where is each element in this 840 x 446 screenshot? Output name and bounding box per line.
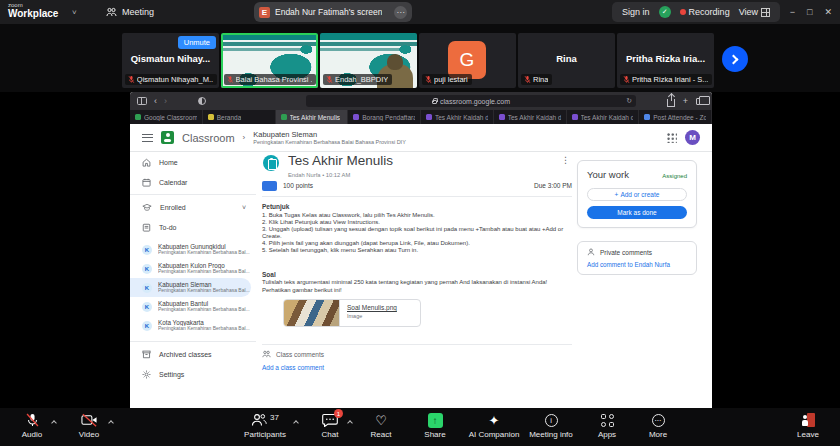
course-name: Kota Yogyakarta (158, 319, 250, 326)
maximize-button[interactable]: □ (807, 7, 812, 17)
address-bar[interactable]: classroom.google.com ↻ (306, 95, 636, 107)
apps-label: Apps (598, 430, 616, 439)
kebab-menu-icon[interactable]: ⋮ (561, 155, 570, 165)
react-button[interactable]: ♡ React (358, 412, 404, 439)
audio-label: Audio (22, 430, 42, 439)
sidebar-item-calendar[interactable]: Calendar (130, 172, 256, 192)
participant-tile[interactable]: Endah_BBPDIY (320, 33, 417, 88)
sidebar-course-yogyakarta[interactable]: K Kota YogyakartaPeningkatan Kemahiran B… (130, 316, 251, 335)
browser-tab[interactable]: Post Attendee - Zo... (639, 110, 712, 124)
tab-overview-icon[interactable] (696, 98, 705, 105)
audio-options-caret[interactable] (51, 420, 57, 426)
course-name: Kabupaten Bantul (158, 300, 250, 307)
share-screen-icon: ↑ (428, 413, 443, 428)
course-avatar: K (142, 321, 152, 331)
sidebar-course-sleman-selected[interactable]: K Kabupaten SlemanPeningkatan Kemahiran … (130, 278, 251, 297)
tab-label: Tes Akhir Menulis (290, 114, 341, 121)
participant-name-label: Endah_BBPDIY (323, 74, 392, 85)
browser-tab-active[interactable]: Tes Akhir Menulis (276, 110, 349, 124)
graduation-cap-icon (142, 203, 152, 212)
chat-button[interactable]: 1 Chat (306, 412, 354, 439)
sidebar-divider (130, 194, 256, 195)
privacy-shield-icon[interactable] (198, 97, 206, 105)
google-apps-icon[interactable] (666, 132, 677, 143)
sidebar-course-gunungkidul[interactable]: K Kabupaten GunungkidulPeningkatan Kemah… (130, 240, 251, 259)
reload-icon[interactable]: ↻ (626, 97, 632, 105)
add-or-create-label: Add or create (620, 191, 659, 198)
back-button[interactable]: ‹ (154, 97, 157, 106)
lock-icon (432, 100, 437, 104)
sign-in-button[interactable]: Sign in (622, 7, 650, 17)
sidebar-course-kulon-progo[interactable]: K Kabupaten Kulon ProgoPeningkatan Kemah… (130, 259, 251, 278)
share-page-icon[interactable] (667, 99, 675, 107)
participant-tile[interactable]: Pritha Rizka Iria... Pritha Rizka Iriani… (617, 33, 714, 88)
person-icon (587, 248, 595, 256)
browser-tab[interactable]: Tes Akhir Kaidah da... (494, 110, 567, 124)
sidebar-item-todo[interactable]: To-do (130, 217, 256, 237)
browser-tab[interactable]: Beranda (203, 110, 276, 124)
sidebar-item-settings[interactable]: Settings (130, 364, 256, 384)
breadcrumb[interactable]: Kabupaten Sleman Peningkatan Kemahiran B… (253, 130, 406, 146)
attachment-card[interactable]: Soal Menulis.png Image (283, 299, 421, 327)
close-button[interactable]: ✕ (824, 7, 832, 17)
instruction-line: 2. Klik Lihat Petunjuk atau View Instruc… (262, 219, 568, 226)
minimize-button[interactable]: − (790, 7, 795, 17)
classroom-brand[interactable]: Classroom (182, 132, 235, 144)
browser-tab[interactable]: Google Classroom ... (130, 110, 203, 124)
tab-meeting[interactable]: Meeting (106, 0, 154, 24)
video-options-caret[interactable] (108, 420, 114, 426)
forward-button[interactable]: › (164, 97, 167, 106)
course-name: Kabupaten Sleman (158, 281, 250, 288)
add-class-comment-link[interactable]: Add a class comment (262, 364, 324, 371)
menu-icon[interactable] (142, 134, 153, 142)
assignment-points: 100 points (283, 182, 313, 189)
security-shield-icon[interactable]: ✓ (659, 6, 671, 18)
mark-as-done-button[interactable]: Mark as done (587, 206, 687, 219)
video-button[interactable]: Video (64, 412, 114, 439)
calendar-icon (142, 178, 151, 187)
participant-tile[interactable]: G puji lestari (419, 33, 516, 88)
add-private-comment-link[interactable]: Add comment to Endah Nurfa (587, 261, 687, 268)
muted-mic-icon (623, 75, 630, 84)
participants-button[interactable]: 37 Participants (232, 412, 298, 439)
attachment-filename[interactable]: Soal Menulis.png (347, 304, 397, 311)
tab-shared-screen[interactable]: E Endah Nur Fatimah's screen ⋯ (254, 2, 412, 22)
participants-count: 37 (270, 413, 279, 422)
audio-button[interactable]: Audio (8, 412, 56, 439)
share-button[interactable]: ↑ Share (412, 412, 458, 439)
meeting-info-button[interactable]: i Meeting info (518, 412, 584, 439)
screen-tab-menu-icon[interactable]: ⋯ (394, 6, 407, 19)
browser-tab[interactable]: Tes Akhir Kaidah da... (421, 110, 494, 124)
view-button[interactable]: View (739, 7, 770, 17)
browser-tab[interactable]: Borang Pendaftaran... (348, 110, 421, 124)
sidebar-item-enrolled[interactable]: Enrolled ˅ (130, 197, 256, 217)
apps-button[interactable]: Apps (586, 412, 628, 439)
tab-label: Google Classroom ... (144, 114, 197, 121)
participant-tile[interactable]: Rina Rina (518, 33, 615, 88)
new-tab-button[interactable]: + (683, 97, 688, 106)
apps-icon (601, 414, 614, 427)
add-or-create-button[interactable]: + Add or create (587, 188, 687, 201)
video-label: Video (79, 430, 99, 439)
workspace-dropdown-icon[interactable]: ˅ (72, 8, 77, 17)
participants-options-caret[interactable] (293, 420, 299, 426)
browser-tab[interactable]: Tes Akhir Kaidah da... (567, 110, 640, 124)
assignment-title: Tes Akhir Menulis (288, 153, 393, 168)
account-avatar[interactable]: M (685, 130, 700, 145)
more-button[interactable]: ⋯ More (636, 412, 680, 439)
chat-options-caret[interactable] (347, 420, 353, 426)
sidebar-toggle-icon[interactable] (137, 97, 147, 105)
sidebar-label: To-do (159, 224, 177, 231)
leave-button[interactable]: Leave (786, 412, 830, 439)
heart-icon: ♡ (375, 414, 387, 427)
participant-label-text: Balai Bahasa Provinsi ... (236, 75, 312, 84)
unmute-button[interactable]: Unmute (178, 36, 216, 49)
sidebar-course-bantul[interactable]: K Kabupaten BantulPeningkatan Kemahiran … (130, 297, 251, 316)
sidebar-item-home[interactable]: Home (130, 152, 256, 172)
sidebar-label: Settings (159, 371, 184, 378)
next-participants-button[interactable] (722, 46, 748, 72)
participant-tile-active-speaker[interactable]: Balai Bahasa Provinsi ... (221, 33, 318, 88)
sidebar-item-archived[interactable]: Archived classes (130, 344, 256, 364)
participant-tile[interactable]: Unmute Qismatun Nihay... Qismatun Nihaya… (122, 33, 219, 88)
sidebar-label: Home (159, 159, 178, 166)
